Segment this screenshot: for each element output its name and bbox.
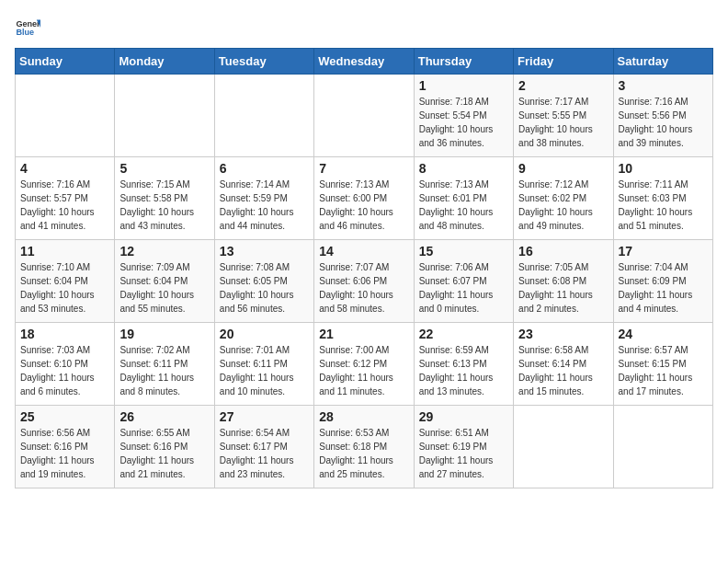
calendar-cell xyxy=(613,406,712,488)
day-info: Sunrise: 6:59 AM Sunset: 6:13 PM Dayligh… xyxy=(419,343,508,398)
calendar-cell: 10Sunrise: 7:11 AM Sunset: 6:03 PM Dayli… xyxy=(613,157,712,240)
day-info: Sunrise: 6:57 AM Sunset: 6:15 PM Dayligh… xyxy=(619,343,708,398)
calendar-body: 1Sunrise: 7:18 AM Sunset: 5:54 PM Daylig… xyxy=(16,75,713,488)
day-info: Sunrise: 7:17 AM Sunset: 5:55 PM Dayligh… xyxy=(518,95,608,150)
calendar-cell: 26Sunrise: 6:55 AM Sunset: 6:16 PM Dayli… xyxy=(115,406,214,488)
day-info: Sunrise: 6:55 AM Sunset: 6:16 PM Dayligh… xyxy=(119,426,209,481)
calendar-cell: 20Sunrise: 7:01 AM Sunset: 6:11 PM Dayli… xyxy=(214,323,313,406)
calendar-week-row: 11Sunrise: 7:10 AM Sunset: 6:04 PM Dayli… xyxy=(16,240,713,323)
calendar-cell: 24Sunrise: 6:57 AM Sunset: 6:15 PM Dayli… xyxy=(613,323,712,406)
day-number: 15 xyxy=(419,244,508,259)
day-number: 3 xyxy=(619,78,708,93)
day-number: 11 xyxy=(20,244,109,259)
day-info: Sunrise: 7:15 AM Sunset: 5:58 PM Dayligh… xyxy=(119,178,209,233)
day-of-week-header: Tuesday xyxy=(214,49,313,75)
day-of-week-header: Saturday xyxy=(613,49,712,75)
day-number: 28 xyxy=(319,409,408,424)
calendar-week-row: 4Sunrise: 7:16 AM Sunset: 5:57 PM Daylig… xyxy=(16,157,713,240)
day-info: Sunrise: 7:16 AM Sunset: 5:56 PM Dayligh… xyxy=(619,95,708,150)
day-number: 12 xyxy=(119,244,209,259)
logo-icon: General Blue xyxy=(15,15,40,40)
calendar-cell: 7Sunrise: 7:13 AM Sunset: 6:00 PM Daylig… xyxy=(314,157,414,240)
day-number: 19 xyxy=(119,327,209,341)
day-number: 20 xyxy=(220,327,309,341)
calendar-week-row: 18Sunrise: 7:03 AM Sunset: 6:10 PM Dayli… xyxy=(16,323,713,406)
calendar-cell: 6Sunrise: 7:14 AM Sunset: 5:59 PM Daylig… xyxy=(214,157,313,240)
calendar-cell: 16Sunrise: 7:05 AM Sunset: 6:08 PM Dayli… xyxy=(514,240,613,323)
day-number: 27 xyxy=(220,409,309,424)
calendar-cell xyxy=(214,75,313,157)
day-number: 8 xyxy=(419,161,508,176)
day-number: 14 xyxy=(319,244,408,259)
calendar-cell: 22Sunrise: 6:59 AM Sunset: 6:13 PM Dayli… xyxy=(414,323,513,406)
day-info: Sunrise: 6:54 AM Sunset: 6:17 PM Dayligh… xyxy=(220,426,309,481)
day-number: 9 xyxy=(518,161,608,176)
day-info: Sunrise: 7:09 AM Sunset: 6:04 PM Dayligh… xyxy=(119,260,209,316)
svg-text:Blue: Blue xyxy=(16,28,34,37)
day-info: Sunrise: 7:03 AM Sunset: 6:10 PM Dayligh… xyxy=(20,343,109,398)
day-info: Sunrise: 7:05 AM Sunset: 6:08 PM Dayligh… xyxy=(518,260,608,316)
day-number: 10 xyxy=(619,161,708,176)
day-number: 4 xyxy=(20,161,109,176)
day-info: Sunrise: 7:08 AM Sunset: 6:05 PM Dayligh… xyxy=(220,260,309,316)
day-number: 6 xyxy=(220,161,309,176)
day-number: 24 xyxy=(619,327,708,341)
calendar-cell: 17Sunrise: 7:04 AM Sunset: 6:09 PM Dayli… xyxy=(613,240,712,323)
day-info: Sunrise: 7:18 AM Sunset: 5:54 PM Dayligh… xyxy=(419,95,508,150)
day-number: 29 xyxy=(419,409,508,424)
day-info: Sunrise: 7:01 AM Sunset: 6:11 PM Dayligh… xyxy=(220,343,309,398)
calendar-cell: 4Sunrise: 7:16 AM Sunset: 5:57 PM Daylig… xyxy=(16,157,115,240)
calendar-cell: 25Sunrise: 6:56 AM Sunset: 6:16 PM Dayli… xyxy=(16,406,115,488)
calendar-cell: 3Sunrise: 7:16 AM Sunset: 5:56 PM Daylig… xyxy=(613,75,712,157)
day-number: 16 xyxy=(518,244,608,259)
calendar-cell: 11Sunrise: 7:10 AM Sunset: 6:04 PM Dayli… xyxy=(16,240,115,323)
calendar-cell: 9Sunrise: 7:12 AM Sunset: 6:02 PM Daylig… xyxy=(514,157,613,240)
calendar-cell: 19Sunrise: 7:02 AM Sunset: 6:11 PM Dayli… xyxy=(115,323,214,406)
day-info: Sunrise: 6:56 AM Sunset: 6:16 PM Dayligh… xyxy=(20,426,109,481)
day-info: Sunrise: 6:53 AM Sunset: 6:18 PM Dayligh… xyxy=(319,426,408,481)
day-number: 13 xyxy=(220,244,309,259)
calendar-cell: 5Sunrise: 7:15 AM Sunset: 5:58 PM Daylig… xyxy=(115,157,214,240)
day-info: Sunrise: 7:06 AM Sunset: 6:07 PM Dayligh… xyxy=(419,260,508,316)
day-info: Sunrise: 7:16 AM Sunset: 5:57 PM Dayligh… xyxy=(20,178,109,233)
calendar-cell: 8Sunrise: 7:13 AM Sunset: 6:01 PM Daylig… xyxy=(414,157,513,240)
day-number: 18 xyxy=(20,327,109,341)
day-info: Sunrise: 7:13 AM Sunset: 6:01 PM Dayligh… xyxy=(419,178,508,233)
day-number: 17 xyxy=(619,244,708,259)
calendar-cell: 18Sunrise: 7:03 AM Sunset: 6:10 PM Dayli… xyxy=(16,323,115,406)
logo: General Blue xyxy=(15,15,40,40)
day-number: 1 xyxy=(419,78,508,93)
calendar-cell: 28Sunrise: 6:53 AM Sunset: 6:18 PM Dayli… xyxy=(314,406,414,488)
calendar-week-row: 1Sunrise: 7:18 AM Sunset: 5:54 PM Daylig… xyxy=(16,75,713,157)
calendar-week-row: 25Sunrise: 6:56 AM Sunset: 6:16 PM Dayli… xyxy=(16,406,713,488)
calendar-cell: 29Sunrise: 6:51 AM Sunset: 6:19 PM Dayli… xyxy=(414,406,513,488)
day-info: Sunrise: 7:12 AM Sunset: 6:02 PM Dayligh… xyxy=(518,178,608,233)
calendar-cell xyxy=(16,75,115,157)
calendar-cell xyxy=(115,75,214,157)
calendar-cell xyxy=(314,75,414,157)
day-info: Sunrise: 7:13 AM Sunset: 6:00 PM Dayligh… xyxy=(319,178,408,233)
day-of-week-header: Thursday xyxy=(414,49,513,75)
day-number: 21 xyxy=(319,327,408,341)
day-info: Sunrise: 7:11 AM Sunset: 6:03 PM Dayligh… xyxy=(619,178,708,233)
day-number: 26 xyxy=(119,409,209,424)
calendar-cell: 12Sunrise: 7:09 AM Sunset: 6:04 PM Dayli… xyxy=(115,240,214,323)
day-number: 23 xyxy=(518,327,608,341)
calendar-cell: 2Sunrise: 7:17 AM Sunset: 5:55 PM Daylig… xyxy=(514,75,613,157)
day-info: Sunrise: 7:02 AM Sunset: 6:11 PM Dayligh… xyxy=(119,343,209,398)
day-info: Sunrise: 7:10 AM Sunset: 6:04 PM Dayligh… xyxy=(20,260,109,316)
svg-text:General: General xyxy=(16,19,40,29)
calendar-cell: 15Sunrise: 7:06 AM Sunset: 6:07 PM Dayli… xyxy=(414,240,513,323)
calendar-cell: 1Sunrise: 7:18 AM Sunset: 5:54 PM Daylig… xyxy=(414,75,513,157)
calendar-cell: 13Sunrise: 7:08 AM Sunset: 6:05 PM Dayli… xyxy=(214,240,313,323)
calendar-cell: 27Sunrise: 6:54 AM Sunset: 6:17 PM Dayli… xyxy=(214,406,313,488)
calendar-cell: 14Sunrise: 7:07 AM Sunset: 6:06 PM Dayli… xyxy=(314,240,414,323)
calendar-table: SundayMondayTuesdayWednesdayThursdayFrid… xyxy=(15,48,713,488)
calendar-cell: 21Sunrise: 7:00 AM Sunset: 6:12 PM Dayli… xyxy=(314,323,414,406)
day-number: 7 xyxy=(319,161,408,176)
calendar-cell xyxy=(514,406,613,488)
day-number: 2 xyxy=(518,78,608,93)
day-of-week-header: Monday xyxy=(115,49,214,75)
day-number: 5 xyxy=(119,161,209,176)
day-number: 25 xyxy=(20,409,109,424)
